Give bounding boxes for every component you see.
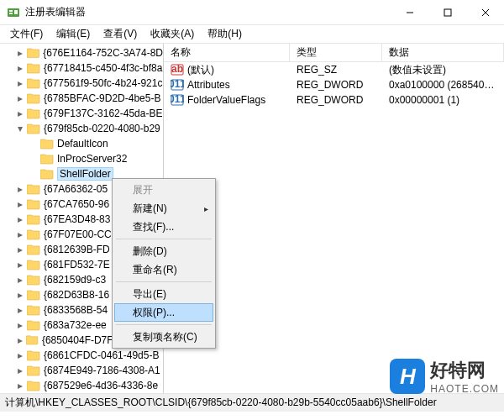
tree-node[interactable]: ▾{679f85cb-0220-4080-b29	[0, 121, 163, 136]
folder-icon	[27, 244, 40, 255]
tree-node[interactable]: ▸DefaultIcon	[0, 136, 163, 151]
value-data: 0x00000001 (1)	[382, 94, 504, 106]
folder-icon	[40, 153, 54, 165]
col-name[interactable]: 名称	[164, 44, 290, 61]
tree-node-label: {6812639B-FD	[44, 244, 110, 255]
folder-icon	[27, 77, 40, 89]
cm-export[interactable]: 导出(E)	[114, 285, 213, 303]
value-data: 0xa0100000 (2685403136)	[382, 79, 504, 91]
list-header: 名称 类型 数据	[164, 44, 504, 62]
menu-file[interactable]: 文件(F)	[3, 25, 50, 43]
folder-icon	[27, 274, 40, 286]
cm-copy-key-name[interactable]: 复制项名称(C)	[114, 328, 213, 346]
window-title: 注册表编辑器	[25, 5, 391, 19]
list-row[interactable]: 011FolderValueFlagsREG_DWORD0x00000001 (…	[164, 92, 504, 108]
expand-closed-icon[interactable]: ▸	[15, 63, 25, 73]
expand-open-icon[interactable]: ▾	[15, 123, 25, 134]
menu-view[interactable]: 查看(V)	[97, 25, 144, 43]
tree-node[interactable]: ▸{676E1164-752C-3A74-8D	[0, 45, 163, 60]
menu-edit[interactable]: 编辑(E)	[50, 25, 97, 43]
tree-node-label: {687529e6-4d36-4336-8e	[44, 380, 158, 391]
tree-node-label: {6874E949-7186-4308-A1	[44, 365, 160, 376]
expand-closed-icon[interactable]: ▸	[15, 184, 25, 194]
expand-closed-icon[interactable]: ▸	[15, 365, 25, 375]
expand-closed-icon[interactable]: ▸	[15, 335, 24, 345]
expand-closed-icon[interactable]: ▸	[15, 214, 25, 224]
expand-closed-icon[interactable]: ▸	[15, 320, 25, 330]
submenu-arrow-icon: ▸	[204, 204, 208, 213]
tree-node-label: DefaultIcon	[57, 138, 108, 150]
tree-node-label: {681FD532-7E	[44, 259, 110, 270]
menu-help[interactable]: 帮助(H)	[201, 25, 249, 43]
list-body: ab(默认)REG_SZ(数值未设置)011AttributesREG_DWOR…	[164, 62, 504, 108]
svg-rect-5	[444, 9, 451, 16]
tree-node[interactable]: ▸{6861CFDC-0461-49d5-B	[0, 348, 163, 363]
expand-closed-icon[interactable]: ▸	[15, 350, 25, 360]
folder-icon	[27, 108, 40, 119]
cm-new[interactable]: 新建(N)▸	[114, 199, 213, 218]
tree-node[interactable]: ▸{679F137C-3162-45da-BE	[0, 106, 163, 121]
folder-icon	[27, 62, 40, 74]
cm-permissions[interactable]: 权限(P)...	[114, 303, 213, 322]
menubar: 文件(F) 编辑(E) 查看(V) 收藏夹(A) 帮助(H)	[0, 25, 504, 44]
tree-node-label: {67A66362-05	[44, 183, 108, 195]
folder-icon	[27, 349, 40, 361]
value-name: (默认)	[187, 63, 214, 77]
tree-node-label: InProcServer32	[57, 153, 127, 165]
folder-icon	[40, 168, 54, 180]
list-row[interactable]: 011AttributesREG_DWORD0xa0100000 (268540…	[164, 77, 504, 92]
folder-icon	[27, 380, 40, 391]
expand-closed-icon[interactable]: ▸	[15, 229, 25, 239]
expand-closed-icon[interactable]: ▸	[15, 275, 25, 285]
folder-icon	[27, 123, 40, 134]
list-row[interactable]: ab(默认)REG_SZ(数值未设置)	[164, 62, 504, 77]
minimize-button[interactable]	[391, 0, 428, 25]
regedit-icon	[7, 6, 20, 19]
svg-text:011: 011	[171, 93, 184, 105]
expand-closed-icon[interactable]: ▸	[15, 260, 25, 270]
svg-text:ab: ab	[171, 63, 183, 75]
tree-node[interactable]: ▸{6874E949-7186-4308-A1	[0, 363, 163, 378]
maximize-button[interactable]	[428, 0, 466, 25]
folder-icon	[27, 213, 40, 225]
menu-favorites[interactable]: 收藏夹(A)	[144, 25, 201, 43]
tree-node[interactable]: ▸{6785BFAC-9D2D-4be5-B	[0, 91, 163, 106]
expand-closed-icon[interactable]: ▸	[15, 381, 25, 391]
tree-node-label: {677561f9-50fc-4b24-921c	[44, 77, 162, 89]
tree-node[interactable]: ▸{687529e6-4d36-4336-8e	[0, 378, 163, 393]
expand-closed-icon: ▸	[29, 139, 39, 149]
folder-icon	[27, 228, 40, 240]
expand-closed-icon[interactable]: ▸	[15, 244, 25, 255]
svg-rect-2	[9, 13, 13, 14]
expand-closed-icon[interactable]: ▸	[15, 78, 25, 88]
tree-node[interactable]: ▸{677561f9-50fc-4b24-921c	[0, 76, 163, 91]
cm-rename[interactable]: 重命名(R)	[114, 260, 213, 279]
col-data[interactable]: 数据	[382, 44, 504, 61]
tree-node[interactable]: ▸{67718415-c450-4f3c-bf8a	[0, 60, 163, 76]
tree-node[interactable]: ▸InProcServer32	[0, 151, 163, 166]
expand-closed-icon[interactable]: ▸	[15, 199, 25, 209]
value-type: REG_SZ	[290, 64, 382, 76]
client-area: ▸{676E1164-752C-3A74-8D▸{67718415-c450-4…	[0, 44, 504, 393]
expand-closed-icon[interactable]: ▸	[15, 108, 25, 118]
svg-rect-1	[9, 10, 13, 12]
folder-icon	[27, 304, 40, 316]
statusbar: 计算机\HKEY_CLASSES_ROOT\CLSID\{679f85cb-02…	[0, 393, 504, 412]
cm-delete[interactable]: 删除(D)	[114, 242, 213, 260]
value-data: (数值未设置)	[382, 63, 504, 77]
expand-closed-icon[interactable]: ▸	[15, 305, 25, 315]
cm-find[interactable]: 查找(F)...	[114, 218, 213, 236]
expand-closed-icon[interactable]: ▸	[15, 48, 25, 58]
string-value-icon: ab	[171, 63, 184, 76]
expand-closed-icon[interactable]: ▸	[15, 93, 25, 103]
expand-closed-icon[interactable]: ▸	[15, 290, 25, 300]
col-type[interactable]: 类型	[290, 44, 382, 61]
cm-sep	[116, 239, 212, 239]
context-menu: 展开 新建(N)▸ 查找(F)... 删除(D) 重命名(R) 导出(E) 权限…	[112, 178, 216, 349]
tree-node-label: {67718415-c450-4f3c-bf8a	[44, 62, 162, 74]
close-button[interactable]	[466, 0, 504, 25]
titlebar: 注册表编辑器	[0, 0, 504, 25]
expand-closed-icon: ▸	[29, 169, 39, 179]
tree-node-label: {67EA3D48-83	[44, 213, 110, 225]
value-type: REG_DWORD	[290, 79, 382, 91]
